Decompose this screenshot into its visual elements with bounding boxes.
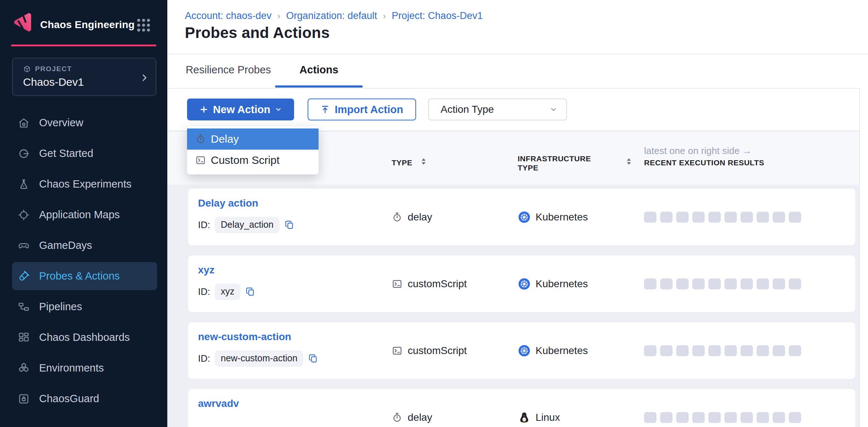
- action-name-link[interactable]: Delay action: [198, 197, 258, 209]
- sidebar-item-application-maps[interactable]: Application Maps: [12, 201, 157, 229]
- action-row: new-custom-actionID:new-custom-actioncus…: [188, 322, 855, 379]
- sidebar-item-environments[interactable]: Environments: [12, 354, 157, 382]
- execution-result-placeholder: [789, 345, 801, 356]
- sort-icon[interactable]: [625, 158, 632, 165]
- stopwatch-icon: [195, 134, 206, 145]
- project-selector[interactable]: PROJECT Chaos-Dev1: [12, 58, 156, 96]
- chevron-down-icon: [549, 105, 557, 114]
- get-started-icon: [18, 147, 30, 160]
- action-type-cell: delay: [392, 189, 432, 245]
- sidebar: Chaos Engineering PROJECT: [0, 0, 167, 427]
- sidebar-item-overview[interactable]: Overview: [12, 109, 157, 137]
- sidebar-item-get-started[interactable]: Get Started: [12, 139, 157, 168]
- upload-icon: [320, 105, 330, 114]
- execution-result-placeholder: [789, 412, 801, 423]
- action-type-value: customScript: [408, 278, 467, 290]
- copy-icon[interactable]: [284, 220, 294, 230]
- execution-result-placeholder: [757, 345, 769, 356]
- sidebar-item-label: GameDays: [39, 239, 92, 251]
- sidebar-item-label: Probes & Actions: [39, 270, 120, 282]
- sidebar-item-label: Overview: [39, 117, 83, 129]
- app-root: Chaos Engineering PROJECT: [0, 0, 868, 427]
- copy-icon[interactable]: [245, 286, 255, 297]
- execution-result-placeholder: [660, 212, 673, 223]
- menu-item-custom-script[interactable]: Custom Script: [187, 150, 319, 171]
- project-name: Chaos-Dev1: [23, 76, 84, 88]
- action-id-value: xyz: [215, 284, 240, 300]
- project-label: PROJECT: [35, 65, 72, 73]
- action-name-link[interactable]: xyz: [198, 264, 214, 276]
- infrastructure-cell: Kubernetes: [518, 322, 588, 379]
- breadcrumb-link[interactable]: Project: Chaos-Dev1: [392, 10, 483, 22]
- recent-results-cell: [644, 389, 801, 427]
- scrollbar[interactable]: [859, 88, 868, 427]
- action-type-select[interactable]: Action Type: [428, 99, 567, 120]
- id-label: ID:: [198, 219, 210, 231]
- breadcrumb-separator: ›: [383, 11, 386, 21]
- action-row: awrvadvdelayLinux: [188, 389, 855, 427]
- recent-results-cell: [644, 255, 801, 312]
- probe-icon: [18, 270, 30, 282]
- main-area: Account: chaos-dev›Organization: default…: [167, 0, 868, 427]
- action-row: Delay actionID:Delay_actiondelayKubernet…: [188, 189, 855, 245]
- copy-icon[interactable]: [308, 353, 318, 363]
- execution-result-placeholder: [676, 278, 689, 289]
- execution-result-placeholder: [644, 345, 656, 356]
- sidebar-item-label: ChaosGuard: [39, 393, 99, 405]
- execution-result-placeholder: [644, 212, 656, 223]
- new-action-button[interactable]: New Action: [187, 99, 294, 120]
- execution-result-placeholder: [692, 345, 705, 356]
- infrastructure-cell: Linux: [518, 389, 560, 427]
- execution-result-placeholder: [708, 412, 721, 423]
- sidebar-item-pipelines[interactable]: Pipelines: [12, 293, 157, 321]
- terminal-icon: [392, 345, 403, 356]
- execution-result-placeholder: [724, 212, 737, 223]
- action-type-cell: delay: [392, 389, 432, 427]
- execution-result-placeholder: [741, 212, 753, 223]
- execution-result-placeholder: [773, 212, 785, 223]
- execution-result-placeholder: [741, 278, 753, 289]
- execution-result-placeholder: [660, 278, 673, 289]
- tab-resilience-probes[interactable]: Resilience Probes: [182, 58, 275, 81]
- recent-results-cell: [644, 322, 801, 379]
- action-name-link[interactable]: awrvadv: [198, 398, 239, 409]
- breadcrumb: Account: chaos-dev›Organization: default…: [185, 10, 483, 22]
- sort-icon[interactable]: [420, 158, 427, 165]
- app-maps-icon: [18, 209, 30, 221]
- app-switcher-icon[interactable]: [136, 18, 151, 33]
- sidebar-item-chaos-experiments[interactable]: Chaos Experiments: [12, 170, 157, 198]
- execution-result-placeholder: [660, 345, 673, 356]
- column-header-type[interactable]: TYPE: [392, 158, 412, 167]
- infrastructure-cell: Kubernetes: [518, 255, 588, 312]
- execution-result-placeholder: [741, 412, 753, 423]
- infrastructure-value: Linux: [536, 412, 560, 423]
- pipelines-icon: [18, 301, 30, 313]
- tab-actions[interactable]: Actions: [275, 58, 363, 81]
- infrastructure-value: Kubernetes: [536, 211, 588, 223]
- chaos-engineering-logo-icon: [11, 12, 34, 33]
- flask-icon: [18, 178, 30, 191]
- kubernetes-icon: [518, 278, 530, 290]
- execution-result-placeholder: [741, 345, 753, 356]
- sidebar-item-label: Environments: [39, 362, 104, 374]
- action-type-cell: customScript: [392, 255, 467, 312]
- menu-item-delay[interactable]: Delay: [187, 128, 319, 150]
- action-type-cell: customScript: [392, 322, 467, 379]
- tabs-divider: [167, 88, 868, 89]
- import-action-button[interactable]: Import Action: [308, 99, 416, 120]
- linux-icon: [518, 411, 530, 424]
- kubernetes-icon: [518, 211, 530, 223]
- sidebar-item-gamedays[interactable]: GameDays: [12, 231, 157, 259]
- sidebar-item-label: Chaos Experiments: [39, 178, 132, 190]
- sidebar-item-chaos-dashboards[interactable]: Chaos Dashboards: [12, 323, 157, 351]
- action-name-link[interactable]: new-custom-action: [198, 331, 291, 343]
- column-header-infrastructure-type[interactable]: INFRASTRUCTURE TYPE: [518, 154, 604, 172]
- breadcrumb-link[interactable]: Organization: default: [286, 10, 377, 22]
- brand-row: Chaos Engineering: [11, 11, 161, 39]
- execution-result-placeholder: [724, 412, 737, 423]
- id-label: ID:: [198, 286, 210, 297]
- sidebar-item-probes-actions[interactable]: Probes & Actions: [12, 262, 157, 290]
- sidebar-item-chaosguard[interactable]: ChaosGuard: [12, 385, 157, 413]
- breadcrumb-link[interactable]: Account: chaos-dev: [185, 10, 271, 22]
- header-divider: [167, 54, 868, 54]
